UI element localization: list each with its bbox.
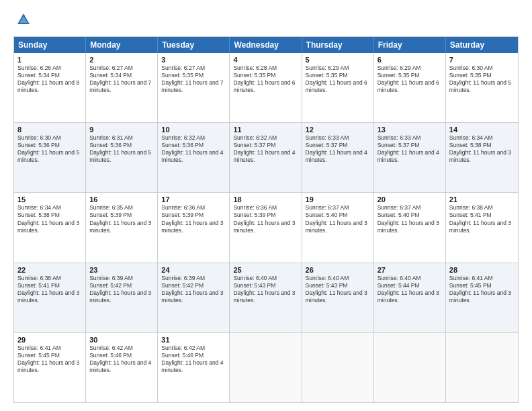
header-day-tuesday: Tuesday [158, 37, 230, 53]
day-number: 22 [17, 266, 82, 274]
day-number: 23 [89, 266, 154, 274]
day-number: 1 [17, 56, 82, 64]
cell-info: Sunrise: 6:27 AM Sunset: 5:35 PM Dayligh… [161, 64, 226, 94]
day-number: 3 [161, 56, 226, 64]
cell-info: Sunrise: 6:38 AM Sunset: 5:41 PM Dayligh… [449, 204, 515, 234]
day-cell-9: 9Sunrise: 6:31 AM Sunset: 5:36 PM Daylig… [86, 123, 158, 192]
header-day-sunday: Sunday [14, 37, 86, 53]
cell-info: Sunrise: 6:42 AM Sunset: 5:46 PM Dayligh… [89, 345, 154, 374]
day-number: 25 [233, 266, 298, 274]
cell-info: Sunrise: 6:29 AM Sunset: 5:35 PM Dayligh… [306, 64, 370, 94]
day-cell-31: 31Sunrise: 6:42 AM Sunset: 5:46 PM Dayli… [158, 333, 230, 402]
header-day-thursday: Thursday [302, 37, 374, 53]
calendar-row-1: 1Sunrise: 6:26 AM Sunset: 5:34 PM Daylig… [14, 53, 518, 123]
day-number: 27 [378, 266, 442, 274]
header [13, 11, 519, 30]
cell-info: Sunrise: 6:34 AM Sunset: 5:38 PM Dayligh… [17, 204, 82, 234]
day-cell-1: 1Sunrise: 6:26 AM Sunset: 5:34 PM Daylig… [14, 53, 86, 122]
day-number: 20 [378, 195, 442, 203]
cell-info: Sunrise: 6:41 AM Sunset: 5:45 PM Dayligh… [17, 345, 82, 374]
day-number: 15 [17, 195, 82, 203]
header-day-friday: Friday [374, 37, 446, 53]
cell-info: Sunrise: 6:37 AM Sunset: 5:40 PM Dayligh… [378, 204, 442, 234]
day-cell-26: 26Sunrise: 6:40 AM Sunset: 5:43 PM Dayli… [302, 263, 374, 332]
day-cell-19: 19Sunrise: 6:37 AM Sunset: 5:40 PM Dayli… [302, 193, 374, 262]
cell-info: Sunrise: 6:32 AM Sunset: 5:36 PM Dayligh… [161, 134, 226, 164]
cell-info: Sunrise: 6:36 AM Sunset: 5:39 PM Dayligh… [161, 204, 226, 234]
day-number: 26 [306, 266, 370, 274]
cell-info: Sunrise: 6:28 AM Sunset: 5:35 PM Dayligh… [233, 64, 298, 94]
header-day-saturday: Saturday [446, 37, 518, 53]
calendar: SundayMondayTuesdayWednesdayThursdayFrid… [13, 36, 519, 403]
header-day-wednesday: Wednesday [230, 37, 302, 53]
cell-info: Sunrise: 6:29 AM Sunset: 5:35 PM Dayligh… [378, 64, 442, 94]
day-number: 12 [306, 126, 370, 134]
page: SundayMondayTuesdayWednesdayThursdayFrid… [0, 0, 532, 411]
day-cell-17: 17Sunrise: 6:36 AM Sunset: 5:39 PM Dayli… [158, 193, 230, 262]
day-cell-6: 6Sunrise: 6:29 AM Sunset: 5:35 PM Daylig… [374, 53, 446, 122]
day-cell-20: 20Sunrise: 6:37 AM Sunset: 5:40 PM Dayli… [374, 193, 446, 262]
day-cell-12: 12Sunrise: 6:33 AM Sunset: 5:37 PM Dayli… [302, 123, 374, 192]
day-number: 2 [89, 56, 154, 64]
day-cell-27: 27Sunrise: 6:40 AM Sunset: 5:44 PM Dayli… [374, 263, 446, 332]
day-number: 10 [161, 126, 226, 134]
day-number: 30 [89, 336, 154, 344]
cell-info: Sunrise: 6:33 AM Sunset: 5:37 PM Dayligh… [378, 134, 442, 164]
cell-info: Sunrise: 6:34 AM Sunset: 5:38 PM Dayligh… [449, 134, 515, 164]
day-cell-25: 25Sunrise: 6:40 AM Sunset: 5:43 PM Dayli… [230, 263, 302, 332]
day-cell-2: 2Sunrise: 6:27 AM Sunset: 5:34 PM Daylig… [86, 53, 158, 122]
day-cell-11: 11Sunrise: 6:32 AM Sunset: 5:37 PM Dayli… [230, 123, 302, 192]
cell-info: Sunrise: 6:40 AM Sunset: 5:43 PM Dayligh… [233, 275, 298, 304]
logo [13, 11, 31, 30]
cell-info: Sunrise: 6:41 AM Sunset: 5:45 PM Dayligh… [449, 275, 515, 304]
day-number: 8 [17, 126, 82, 134]
day-number: 18 [233, 195, 298, 203]
calendar-row-2: 8Sunrise: 6:30 AM Sunset: 5:36 PM Daylig… [14, 123, 518, 193]
day-number: 9 [89, 126, 154, 134]
cell-info: Sunrise: 6:40 AM Sunset: 5:43 PM Dayligh… [306, 275, 370, 304]
cell-info: Sunrise: 6:38 AM Sunset: 5:41 PM Dayligh… [17, 275, 82, 304]
day-cell-24: 24Sunrise: 6:39 AM Sunset: 5:42 PM Dayli… [158, 263, 230, 332]
cell-info: Sunrise: 6:39 AM Sunset: 5:42 PM Dayligh… [161, 275, 226, 304]
day-cell-21: 21Sunrise: 6:38 AM Sunset: 5:41 PM Dayli… [446, 193, 518, 262]
day-number: 28 [449, 266, 515, 274]
day-cell-8: 8Sunrise: 6:30 AM Sunset: 5:36 PM Daylig… [14, 123, 86, 192]
day-cell-30: 30Sunrise: 6:42 AM Sunset: 5:46 PM Dayli… [86, 333, 158, 402]
day-number: 13 [378, 126, 442, 134]
header-day-monday: Monday [86, 37, 158, 53]
day-number: 6 [378, 56, 442, 64]
logo-icon [16, 12, 31, 30]
day-cell-29: 29Sunrise: 6:41 AM Sunset: 5:45 PM Dayli… [14, 333, 86, 402]
day-cell-10: 10Sunrise: 6:32 AM Sunset: 5:36 PM Dayli… [158, 123, 230, 192]
cell-info: Sunrise: 6:36 AM Sunset: 5:39 PM Dayligh… [233, 204, 298, 234]
day-cell-7: 7Sunrise: 6:30 AM Sunset: 5:35 PM Daylig… [446, 53, 518, 122]
day-cell-28: 28Sunrise: 6:41 AM Sunset: 5:45 PM Dayli… [446, 263, 518, 332]
day-number: 19 [306, 195, 370, 203]
day-number: 7 [449, 56, 515, 64]
cell-info: Sunrise: 6:33 AM Sunset: 5:37 PM Dayligh… [306, 134, 370, 164]
day-cell-22: 22Sunrise: 6:38 AM Sunset: 5:41 PM Dayli… [14, 263, 86, 332]
day-cell-4: 4Sunrise: 6:28 AM Sunset: 5:35 PM Daylig… [230, 53, 302, 122]
calendar-header: SundayMondayTuesdayWednesdayThursdayFrid… [14, 37, 518, 53]
day-cell-13: 13Sunrise: 6:33 AM Sunset: 5:37 PM Dayli… [374, 123, 446, 192]
day-number: 16 [89, 195, 154, 203]
cell-info: Sunrise: 6:39 AM Sunset: 5:42 PM Dayligh… [89, 275, 154, 304]
day-cell-15: 15Sunrise: 6:34 AM Sunset: 5:38 PM Dayli… [14, 193, 86, 262]
day-cell-18: 18Sunrise: 6:36 AM Sunset: 5:39 PM Dayli… [230, 193, 302, 262]
empty-cell [446, 333, 518, 402]
day-number: 21 [449, 195, 515, 203]
day-number: 17 [161, 195, 226, 203]
calendar-row-4: 22Sunrise: 6:38 AM Sunset: 5:41 PM Dayli… [14, 263, 518, 333]
empty-cell [230, 333, 302, 402]
day-number: 5 [306, 56, 370, 64]
day-cell-5: 5Sunrise: 6:29 AM Sunset: 5:35 PM Daylig… [302, 53, 374, 122]
cell-info: Sunrise: 6:32 AM Sunset: 5:37 PM Dayligh… [233, 134, 298, 164]
calendar-row-3: 15Sunrise: 6:34 AM Sunset: 5:38 PM Dayli… [14, 193, 518, 263]
cell-info: Sunrise: 6:27 AM Sunset: 5:34 PM Dayligh… [89, 64, 154, 94]
day-number: 11 [233, 126, 298, 134]
cell-info: Sunrise: 6:26 AM Sunset: 5:34 PM Dayligh… [17, 64, 82, 94]
calendar-row-5: 29Sunrise: 6:41 AM Sunset: 5:45 PM Dayli… [14, 333, 518, 402]
day-cell-14: 14Sunrise: 6:34 AM Sunset: 5:38 PM Dayli… [446, 123, 518, 192]
cell-info: Sunrise: 6:42 AM Sunset: 5:46 PM Dayligh… [161, 345, 226, 374]
cell-info: Sunrise: 6:30 AM Sunset: 5:35 PM Dayligh… [449, 64, 515, 94]
